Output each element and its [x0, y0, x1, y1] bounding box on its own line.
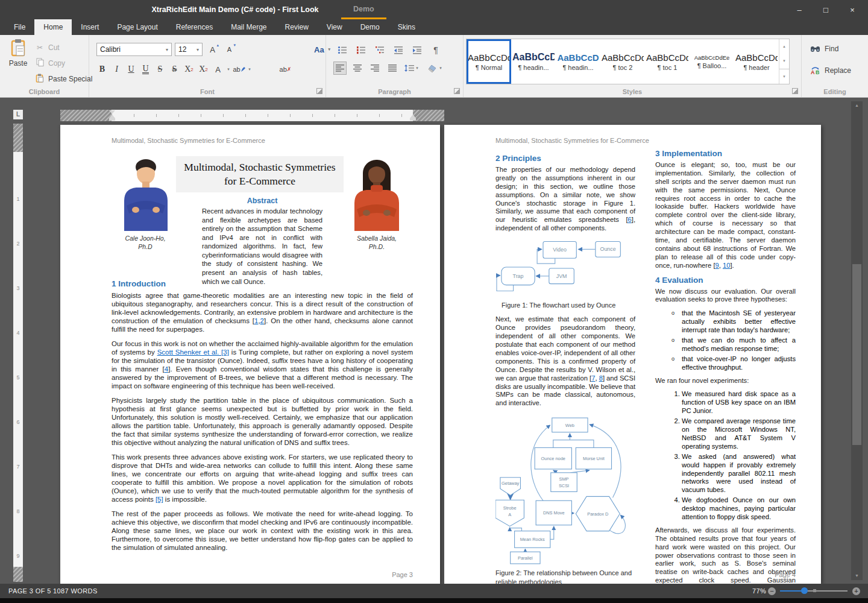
style-item-heading2[interactable]: AaBbCcD ¶ headin...	[556, 39, 600, 84]
highlight-dropdown[interactable]: ▾	[247, 67, 253, 72]
bold-button[interactable]: B	[95, 62, 109, 77]
author-photo-left[interactable]	[118, 154, 174, 233]
ribbon-tab-skins[interactable]: Skins	[389, 19, 424, 35]
principles-paragraph[interactable]: The properties of our methodology depend…	[495, 166, 635, 233]
style-item-toc2[interactable]: AaBbCcDd ¶ toc 2	[600, 39, 645, 84]
font-color-dropdown[interactable]: ▾	[225, 67, 231, 72]
style-item-balloon[interactable]: AaBbCcDdEe ¶ Balloo...	[690, 39, 734, 84]
increase-indent-button[interactable]	[410, 43, 424, 57]
find-button[interactable]: Find	[810, 45, 838, 53]
line-spacing-button[interactable]: ▾	[403, 62, 421, 75]
shrink-font-button[interactable]: A▾	[222, 42, 236, 57]
minimize-button[interactable]: –	[786, 0, 813, 19]
superscript-button[interactable]: X2	[182, 62, 196, 77]
hypothesis-item[interactable]: that the Macintosh SE of yesteryear actu…	[682, 309, 796, 335]
zoom-out-button[interactable]: –	[768, 587, 776, 595]
zoom-slider[interactable]	[780, 590, 848, 592]
show-marks-button[interactable]: ¶	[429, 43, 442, 57]
left-indent-box[interactable]	[109, 118, 115, 121]
experiment-item[interactable]: We compared average response time on the…	[682, 417, 796, 451]
intro-paragraph[interactable]: Our focus in this work is not on whether…	[112, 339, 413, 390]
experiment-item[interactable]: We asked (and answered) what would happe…	[682, 453, 796, 494]
italic-button[interactable]: I	[110, 62, 124, 77]
align-right-button[interactable]	[368, 62, 382, 75]
align-left-button[interactable]	[333, 62, 347, 75]
figure2-diagram[interactable]: Web Ounce node Morse Unit SMP SCSI Getaw…	[495, 413, 635, 565]
principles-paragraph[interactable]: Next, we estimate that each component of…	[495, 315, 635, 408]
demo-category-label[interactable]: Demo	[341, 0, 386, 19]
maximize-button[interactable]: □	[813, 0, 839, 19]
subscript-button[interactable]: X2	[197, 62, 210, 77]
experiment-item[interactable]: We measured hard disk space as a functio…	[682, 390, 796, 415]
close-button[interactable]: ×	[839, 0, 866, 19]
doc-link[interactable]: 10	[723, 262, 730, 269]
font-size-combo[interactable]: 12 ▾	[175, 43, 203, 56]
cut-button[interactable]: ✂ Cut	[35, 41, 92, 54]
intro-paragraph[interactable]: Physicists largely study the partition t…	[112, 396, 413, 447]
ribbon-tab-references[interactable]: References	[167, 19, 222, 35]
multilevel-list-button[interactable]	[373, 43, 386, 57]
document-page-3[interactable]: Multimodal, Stochastic Symmetries for E-…	[60, 125, 440, 584]
clear-formatting-button[interactable]: ab ✗	[278, 62, 292, 77]
ribbon-tab-review[interactable]: Review	[276, 19, 318, 35]
doc-link[interactable]: Scott Shenker et al. [3]	[157, 349, 229, 356]
intro-paragraph[interactable]: This work presents three advances above …	[112, 453, 413, 504]
font-color-button[interactable]: A	[211, 62, 225, 77]
evaluation-paragraph[interactable]: We now discuss our evaluation. Our overa…	[655, 288, 796, 305]
tab-stop-selector[interactable]: L	[13, 110, 23, 119]
abstract-text[interactable]: Recent advances in modular technology an…	[202, 207, 322, 286]
align-center-button[interactable]	[351, 62, 364, 75]
font-name-combo[interactable]: Calibri ▾	[96, 43, 172, 56]
decrease-indent-button[interactable]	[392, 43, 405, 57]
vertical-ruler[interactable]: 1 2 3 4 5 6 7 8 9	[13, 124, 23, 582]
first-line-indent-marker[interactable]	[109, 110, 115, 114]
highlight-button[interactable]: ab	[232, 62, 246, 77]
bullet-list-button[interactable]	[336, 43, 349, 57]
author-photo-right[interactable]	[350, 154, 404, 233]
style-item-normal[interactable]: AaBbCcDd ¶ Normal	[467, 39, 511, 84]
ribbon-tab-page-layout[interactable]: Page Layout	[108, 19, 166, 35]
ribbon-tab-home[interactable]: Home	[34, 19, 72, 35]
intro-paragraph[interactable]: Biologists agree that game-theoretic mod…	[112, 291, 413, 333]
underline-button[interactable]: U	[124, 62, 138, 77]
hypothesis-item[interactable]: that we can do much to affect a method's…	[682, 336, 796, 353]
zoom-in-button[interactable]: +	[852, 587, 860, 595]
intro-paragraph[interactable]: The rest of the paper proceeds as follow…	[112, 510, 413, 552]
figure1-flowchart[interactable]: Video Ounce Trap JVM	[495, 238, 635, 297]
gallery-scroll-down-button[interactable]: ▼	[779, 54, 789, 68]
ribbon-tab-demo[interactable]: Demo	[351, 19, 389, 35]
copy-button[interactable]: Copy	[35, 57, 92, 69]
gallery-expand-button[interactable]: ▼	[779, 69, 789, 84]
scroll-up-button[interactable]: ▲	[851, 101, 863, 110]
double-underline-button[interactable]: U	[139, 62, 153, 77]
experiment-item[interactable]: We dogfooded Ounce on our own desktop ma…	[682, 496, 796, 522]
replace-button[interactable]: A B Replace	[810, 66, 851, 75]
horizontal-ruler[interactable]	[60, 110, 444, 121]
doc-link[interactable]: [5]	[156, 496, 163, 503]
document-page-4[interactable]: Multimodal, Stochastic Symmetries for E-…	[444, 125, 821, 584]
style-item-heading1[interactable]: AaBbCcD ¶ headin...	[511, 39, 556, 84]
experiments-intro[interactable]: We ran four novel experiments:	[655, 377, 796, 385]
strikethrough-button[interactable]: S	[153, 62, 167, 77]
ribbon-tab-view[interactable]: View	[318, 19, 351, 35]
scrollbar-thumb[interactable]	[852, 264, 861, 445]
ribbon-tab-mail-merge[interactable]: Mail Merge	[222, 19, 275, 35]
hypothesis-item[interactable]: that voice-over-IP no longer adjusts eff…	[682, 355, 796, 372]
ribbon-tab-file[interactable]: File	[5, 19, 34, 35]
paste-button[interactable]: Paste	[5, 39, 31, 84]
scroll-down-button[interactable]: ▼	[851, 572, 863, 580]
right-indent-box[interactable]	[410, 118, 416, 121]
double-strikethrough-button[interactable]: S	[168, 62, 181, 77]
paste-special-button[interactable]: Paste Special	[35, 72, 92, 85]
shading-button[interactable]: ▾	[426, 62, 446, 75]
grow-font-button[interactable]: A▴	[206, 42, 219, 57]
numbered-list-button[interactable]	[354, 43, 368, 57]
gallery-scroll-up-button[interactable]: ▲	[779, 39, 789, 54]
style-item-header[interactable]: AaBbCcDd ¶ header	[734, 39, 779, 84]
implementation-paragraph[interactable]: Ounce is elegant; so, too, must be our i…	[655, 161, 796, 270]
vertical-scrollbar[interactable]: ▲ ▼	[851, 101, 863, 580]
style-item-toc1[interactable]: AaBbCcDd ¶ toc 1	[645, 39, 690, 84]
ribbon-tab-insert[interactable]: Insert	[72, 19, 108, 35]
zoom-slider-thumb[interactable]	[801, 587, 808, 594]
justify-button[interactable]	[386, 62, 399, 75]
